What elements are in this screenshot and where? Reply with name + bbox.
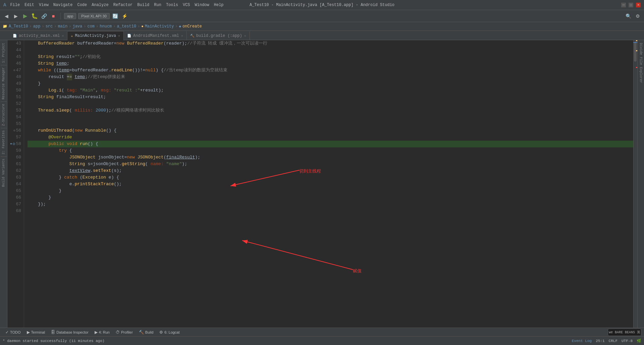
- tab-close-mainactivity[interactable]: ✕: [118, 34, 120, 38]
- app-config-button[interactable]: app: [64, 13, 76, 19]
- code-line-45: String result="";//初始化: [28, 54, 633, 60]
- breadcrumb-a-test10[interactable]: a_test10: [117, 24, 137, 29]
- code-line-48: result += temp;//把temp拼接起来: [28, 74, 633, 80]
- sync-button[interactable]: 🔄: [112, 12, 119, 20]
- todo-label: TODO: [10, 330, 21, 334]
- menu-help[interactable]: Help: [214, 3, 224, 7]
- encoding[interactable]: UTF-8: [622, 339, 633, 343]
- code-line-50: Log.i( tag: "Main", msg: "result :"+resu…: [28, 87, 633, 94]
- menu-window[interactable]: Window: [195, 3, 209, 7]
- forward-button[interactable]: ▶: [12, 12, 19, 20]
- breadcrumb-src[interactable]: src: [46, 24, 53, 29]
- build-button[interactable]: 🔨 Build: [136, 329, 156, 336]
- tab-close-build-gradle[interactable]: ✕: [244, 34, 246, 38]
- status-bar: * daemon started successfully (11 minute…: [0, 336, 644, 345]
- bottom-toolbar: ✓ TODO ▶ Terminal 🗄 Database Inspector ▶…: [0, 328, 644, 336]
- window-controls[interactable]: ─ □ ✕: [621, 3, 641, 7]
- panel-z-structure[interactable]: Z-Structure: [1, 102, 6, 127]
- code-line-68: [28, 208, 633, 214]
- run-button[interactable]: ▶: [21, 12, 29, 20]
- menu-tools[interactable]: Tools: [166, 3, 178, 7]
- status-bar-right: Event Log 25:1 CRLF UTF-8 🌿: [572, 339, 641, 343]
- tab-activity-main-xml[interactable]: 📄 activity_main.xml ✕: [9, 31, 67, 40]
- database-inspector-button[interactable]: 🗄 Database Inspector: [48, 329, 91, 336]
- breadcrumb-com[interactable]: com: [87, 24, 95, 29]
- annotation-assignment: 赋值: [353, 268, 362, 273]
- todo-icon: ✓: [5, 330, 9, 335]
- menu-refactor[interactable]: Refactor: [113, 3, 133, 7]
- code-line-59: try {: [28, 147, 633, 154]
- code-line-43: BufferedReader bufferedReader=new Buffer…: [28, 40, 633, 47]
- settings-button[interactable]: ⚙: [634, 12, 641, 20]
- breadcrumb-main[interactable]: main: [58, 24, 67, 29]
- code-line-63: } catch (Exception e) {: [28, 174, 633, 181]
- breadcrumb-java[interactable]: java: [72, 24, 82, 29]
- debug-button[interactable]: 🐛: [31, 12, 38, 20]
- restore-button[interactable]: □: [629, 3, 633, 7]
- run-panel-icon: ▶: [95, 330, 98, 335]
- breadcrumb-mainactivity[interactable]: MainActivity: [145, 24, 174, 29]
- menu-navigate[interactable]: Navigate: [53, 3, 73, 7]
- menu-run[interactable]: Run: [154, 3, 161, 7]
- menu-vcs[interactable]: VCS: [183, 3, 190, 7]
- event-log-button[interactable]: Event Log: [572, 339, 592, 343]
- menu-analyze[interactable]: Analyze: [92, 3, 108, 7]
- menu-edit[interactable]: Edit: [24, 3, 34, 7]
- code-line-66: }: [28, 194, 633, 201]
- build-label: Build: [145, 330, 153, 334]
- attach-button[interactable]: 🔗: [40, 12, 48, 20]
- code-content[interactable]: 切到主线程 赋值 BufferedReader bufferedReader=n…: [24, 40, 633, 328]
- code-line-62: textView.setText(s);: [28, 167, 633, 174]
- minimize-button[interactable]: ─: [621, 3, 626, 7]
- database-inspector-label: Database Inspector: [56, 330, 88, 334]
- menu-view[interactable]: View: [39, 3, 49, 7]
- git-branch[interactable]: 🌿: [637, 339, 641, 343]
- toolbar-left: ◀ ▶ ▶ 🐛 🔗 ■ app Pixel XL API 30 🔄 ⚡: [3, 12, 128, 20]
- menu-build[interactable]: Build: [137, 3, 149, 7]
- breadcrumb-project[interactable]: A_Test10: [9, 24, 28, 29]
- search-everywhere-button[interactable]: 🔍: [625, 12, 632, 20]
- close-button[interactable]: ✕: [636, 3, 641, 7]
- tab-androidmanifest-xml[interactable]: 📄 AndroidManifest.xml ✕: [124, 31, 187, 40]
- breadcrumb: 📁 A_Test10 › app › src › main › java › c…: [0, 22, 644, 31]
- breadcrumb-class-icon: ●: [141, 24, 144, 28]
- code-line-57: @Override: [28, 134, 633, 141]
- main-area: 1: Project Resource Manager Z-Structure …: [0, 40, 644, 328]
- panel-project[interactable]: 1: Project: [1, 42, 6, 64]
- code-line-47: while ((temp=bufferedReader.readLine())!…: [28, 67, 633, 74]
- run-panel-button[interactable]: ▶ 4: Run: [92, 329, 112, 336]
- breadcrumb-hnucm[interactable]: hnucm: [100, 24, 112, 29]
- mascot-label: we BARE BEANS 英: [609, 330, 640, 335]
- breadcrumb-app[interactable]: app: [33, 24, 41, 29]
- logcat-button[interactable]: ⚙ 6: Logcat: [157, 329, 182, 336]
- menu-code[interactable]: Code: [77, 3, 87, 7]
- vertical-scrollbar[interactable]: [633, 40, 637, 328]
- right-panel-strip: Divide File Explorer: [637, 40, 644, 328]
- editor-area[interactable]: 43 44 45 46 ◇47 48 49 50 51 52 53 54 55 …: [7, 40, 637, 328]
- title-bar: A File Edit View Navigate Code Analyze R…: [0, 0, 644, 10]
- stop-button[interactable]: ■: [50, 12, 57, 20]
- tab-mainactivity-java[interactable]: ☕ MainActivity.java ✕: [67, 31, 123, 40]
- menu-file[interactable]: File: [10, 3, 20, 7]
- tab-close-activity-main[interactable]: ✕: [62, 34, 64, 38]
- tab-close-androidmanifest[interactable]: ✕: [181, 34, 183, 38]
- device-select-button[interactable]: Pixel XL API 30: [78, 13, 109, 19]
- scroll-thumb[interactable]: [634, 42, 637, 62]
- back-button[interactable]: ◀: [3, 12, 10, 20]
- panel-resource-manager[interactable]: Resource Manager: [1, 66, 6, 101]
- breadcrumb-oncreate[interactable]: onCreate: [182, 24, 202, 29]
- tab-label-androidmanifest: AndroidManifest.xml: [133, 33, 179, 38]
- panel-file-explorer[interactable]: Divide File Explorer: [638, 42, 643, 84]
- tab-build-gradle[interactable]: 🔨 build.gradle (:app) ✕: [187, 31, 250, 40]
- line-numbers: 43 44 45 46 ◇47 48 49 50 51 52 53 54 55 …: [7, 40, 24, 328]
- gradle-sync-button[interactable]: ⚡: [121, 12, 128, 20]
- code-line-44: [28, 47, 633, 54]
- todo-button[interactable]: ✓ TODO: [3, 329, 23, 336]
- cursor-position: 25:1: [596, 339, 604, 343]
- terminal-button[interactable]: ▶ Terminal: [24, 329, 48, 336]
- profiler-button[interactable]: ⏱ Profiler: [113, 329, 136, 336]
- panel-favorites[interactable]: 2: Favorites: [1, 129, 6, 156]
- menu-bar[interactable]: File Edit View Navigate Code Analyze Ref…: [10, 3, 223, 7]
- panel-build-variants[interactable]: Build Variants: [1, 157, 6, 188]
- line-ending[interactable]: CRLF: [609, 339, 618, 343]
